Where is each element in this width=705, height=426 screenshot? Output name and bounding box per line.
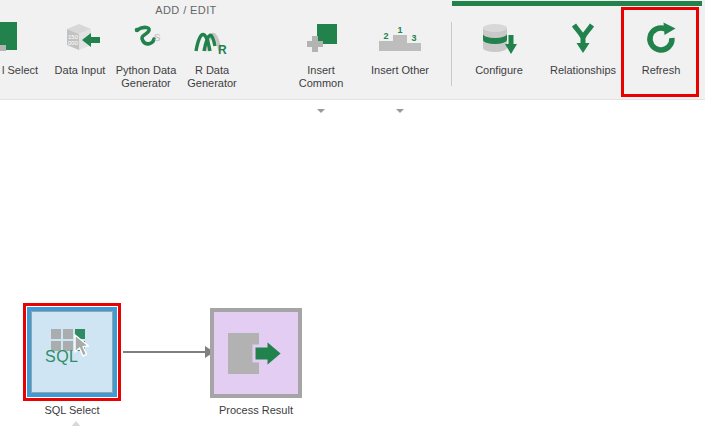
svg-text:R: R: [218, 43, 227, 55]
ribbon-toolbar: ADD / EDIT l Select 150 000 Data Input: [0, 0, 705, 100]
sql-select-highlight-rectangle: [23, 303, 121, 401]
ribbon-button-configure[interactable]: Configure: [464, 20, 534, 100]
svg-text:2: 2: [383, 31, 388, 41]
ribbon-button-label: Data Input: [55, 64, 106, 77]
process-block-label: Process Result: [210, 404, 302, 416]
ribbon-button-label: Configure: [475, 64, 523, 77]
block-port-icon[interactable]: [70, 421, 82, 426]
cube-import-icon: 150 000: [60, 20, 100, 58]
refresh-highlight-rectangle: [621, 7, 699, 97]
ribbon-button-label: Relationships: [550, 64, 616, 77]
ribbon-separator: [451, 22, 452, 86]
ribbon-button-label: Insert Common: [291, 64, 351, 90]
plus-square-icon: [305, 20, 337, 58]
svg-text:000: 000: [68, 40, 79, 46]
ribbon-button-label: Python Data Generator: [111, 64, 181, 90]
python-snake-icon: s: [128, 20, 164, 58]
svg-text:3: 3: [411, 33, 416, 43]
ribbon-button-label: l Select: [2, 64, 38, 76]
ribbon-button-relationships[interactable]: Relationships: [543, 20, 623, 100]
ribbon-group-label: ADD / EDIT: [130, 4, 242, 16]
active-tab-accent-bar: [452, 1, 702, 6]
ribbon-button-insert-common[interactable]: Insert Common: [291, 20, 351, 100]
connector-line: [123, 351, 206, 353]
merge-arrow-icon: [567, 20, 599, 58]
podium-icon: 2 1 3: [377, 20, 423, 58]
r-curves-icon: R: [192, 20, 232, 58]
database-arrow-icon: [480, 20, 518, 58]
ribbon-button-insert-other[interactable]: 2 1 3 Insert Other: [365, 20, 435, 100]
chevron-down-icon[interactable]: [317, 109, 325, 113]
ribbon-button-r-data-generator[interactable]: R R Data Generator: [177, 20, 247, 100]
app-window: ADD / EDIT l Select 150 000 Data Input: [0, 0, 705, 426]
ribbon-button-label: R Data Generator: [177, 64, 247, 90]
ribbon-button-data-input[interactable]: 150 000 Data Input: [45, 20, 115, 100]
ribbon-button-python-data-generator[interactable]: s Python Data Generator: [111, 20, 181, 100]
svg-text:1: 1: [397, 25, 402, 35]
ribbon-button-label: Insert Other: [371, 64, 429, 77]
workflow-block-process-result[interactable]: [210, 308, 302, 398]
sql-block-label: SQL Select: [23, 404, 121, 416]
svg-text:s: s: [154, 29, 161, 44]
icon-fragment: [0, 45, 6, 51]
chevron-down-icon[interactable]: [396, 109, 404, 113]
process-result-icon: [226, 331, 286, 381]
